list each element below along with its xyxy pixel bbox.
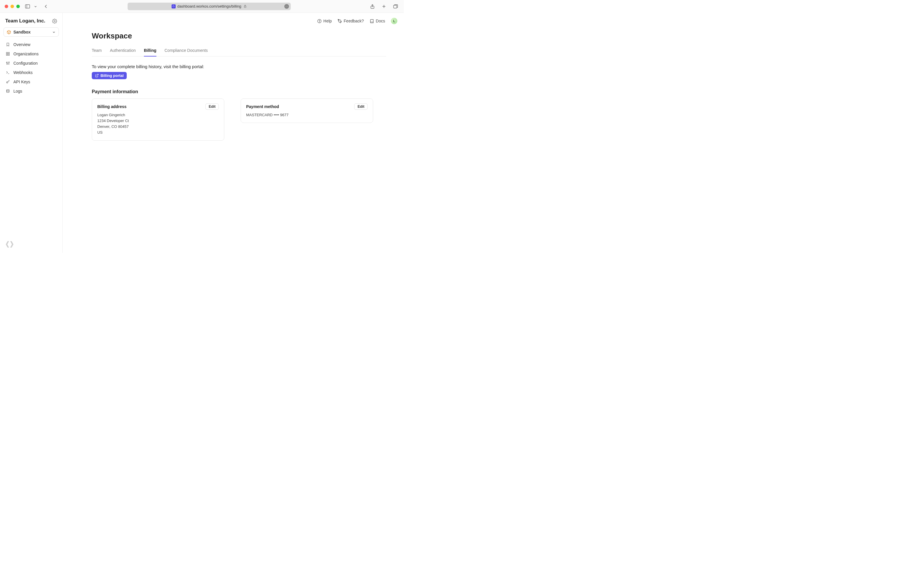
help-label: Help [323,19,332,23]
edit-payment-method-button[interactable]: Edit [354,103,368,110]
key-icon [6,80,10,84]
environment-label: Sandbox [13,30,31,34]
billing-city-line: Denver, CO 80457 [97,124,219,129]
billing-name: Logan Gingerich [97,112,219,118]
sidebar-item-label: Configuration [13,61,38,65]
team-name: Team Logan, Inc. [5,18,46,24]
grid-icon [6,52,10,56]
sidebar-item-webhooks[interactable]: Webhooks [3,68,59,77]
close-window-button[interactable] [5,5,8,8]
sidebar-toggle-icon[interactable] [24,3,31,10]
sidebar-item-organizations[interactable]: Organizations [3,49,59,58]
tab-overview-icon[interactable] [392,3,399,10]
feedback-link[interactable]: Feedback? [338,19,364,23]
svg-point-14 [8,64,8,64]
payment-method-title: Payment method [246,104,279,109]
back-button[interactable] [43,3,49,10]
docs-label: Docs [376,19,385,23]
bookmark-icon [6,43,10,47]
external-link-icon [95,74,99,77]
avatar[interactable]: L [391,18,397,24]
avatar-initial: L [393,19,395,23]
billing-portal-button[interactable]: Billing portal [92,72,127,79]
new-tab-icon[interactable] [380,3,388,10]
sidebar: Team Logan, Inc. Sandbox Overview Organi… [0,13,63,253]
gear-icon[interactable] [52,19,57,24]
minimize-window-button[interactable] [10,5,14,8]
svg-point-19 [319,22,320,22]
svg-rect-0 [25,5,30,8]
sidebar-item-label: Organizations [13,52,38,56]
help-link[interactable]: Help [317,19,332,23]
sidebar-item-logs[interactable]: Logs [3,87,59,95]
billing-street: 1234 Developer Ct [97,118,219,124]
svg-point-13 [7,62,7,63]
maximize-window-button[interactable] [16,5,20,8]
main: Help Feedback? Docs L Workspace Team Aut… [63,13,404,253]
svg-point-17 [7,89,9,91]
sidebar-item-configuration[interactable]: Configuration [3,59,59,67]
edit-billing-address-button[interactable]: Edit [205,103,219,110]
chevron-down-icon [52,30,56,34]
topbar: Help Feedback? Docs L [63,13,404,29]
book-icon [370,19,374,23]
docs-link[interactable]: Docs [370,19,385,23]
tab-team[interactable]: Team [92,46,101,56]
svg-rect-9 [8,54,9,56]
svg-rect-8 [7,54,8,56]
sliders-icon [6,61,10,65]
content: Workspace Team Authentication Billing Co… [63,29,404,152]
svg-point-5 [54,20,55,21]
sidebar-item-overview[interactable]: Overview [3,40,59,49]
svg-point-15 [9,62,9,62]
billing-intro-text: To view your complete billing history, v… [92,64,204,69]
payment-method-summary: MASTERCARD •••• 9677 [246,112,368,118]
sidebar-item-label: Webhooks [13,70,33,75]
chevron-down-icon[interactable] [34,3,37,10]
tab-billing[interactable]: Billing [144,46,157,57]
app-root: Team Logan, Inc. Sandbox Overview Organi… [0,13,404,253]
tabs: Team Authentication Billing Compliance D… [92,46,386,57]
lock-icon [244,5,247,8]
tab-compliance-documents[interactable]: Compliance Documents [165,46,208,56]
billing-portal-button-label: Billing portal [100,74,124,78]
svg-rect-2 [244,6,246,8]
browser-chrome: dashboard.workos.com/settings/billing ⋯ [0,0,404,13]
url-bar[interactable]: dashboard.workos.com/settings/billing ⋯ [128,3,291,10]
payment-method-card: Payment method Edit MASTERCARD •••• 9677 [240,98,373,123]
sidebar-item-label: Overview [13,42,30,47]
page-title: Workspace [92,31,386,41]
page-actions-icon[interactable]: ⋯ [284,4,289,9]
help-icon [317,19,322,23]
svg-rect-7 [8,52,9,54]
tab-authentication[interactable]: Authentication [110,46,136,56]
terminal-icon [6,70,10,75]
site-favicon-icon [172,4,176,8]
billing-address-card: Billing address Edit Logan Gingerich 123… [92,98,224,141]
billing-country: US [97,129,219,136]
share-icon[interactable] [369,3,376,10]
payment-method-body: MASTERCARD •••• 9677 [246,112,368,118]
environment-selector[interactable]: Sandbox [3,27,59,37]
pen-icon [338,19,342,23]
window-controls [5,5,20,8]
billing-address-title: Billing address [97,104,126,109]
svg-rect-4 [394,5,397,8]
cube-icon [7,30,11,34]
database-icon [6,89,10,93]
billing-address-body: Logan Gingerich 1234 Developer Ct Denver… [97,112,219,136]
url-text: dashboard.workos.com/settings/billing [177,4,242,8]
feedback-label: Feedback? [344,19,364,23]
sidebar-item-label: Logs [13,89,22,93]
svg-rect-6 [7,52,8,54]
sidebar-nav: Overview Organizations Configuration Web… [3,40,59,95]
svg-point-18 [317,19,321,23]
sidebar-item-label: API Keys [13,80,30,84]
sidebar-item-api-keys[interactable]: API Keys [3,77,59,86]
brand-logo-icon [5,240,14,249]
payment-info-heading: Payment information [92,89,386,94]
